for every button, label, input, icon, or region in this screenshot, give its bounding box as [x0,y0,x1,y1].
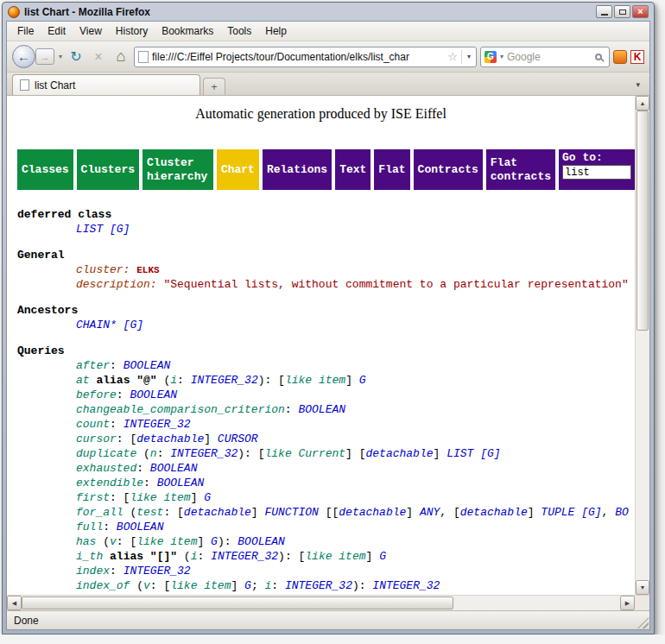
doc-nav-text[interactable]: Text [335,149,370,190]
search-input[interactable]: Google [507,51,592,63]
url-text[interactable]: file:///C:/Eiffel Projects/tour/Document… [152,51,444,63]
page-favicon [138,51,149,63]
doc-text: : [ [110,491,130,504]
doc-text: ] [345,374,359,387]
browser-chrome: FileEditViewHistoryBookmarksToolsHelp ← … [6,21,650,630]
maximize-icon [619,9,626,15]
doc-text: , [602,506,616,519]
extension-icon[interactable] [613,50,627,64]
doc-text: Queries [17,344,65,357]
page-content: Automatic generation produced by ISE Eif… [7,96,635,595]
stop-button[interactable]: × [89,47,108,66]
doc-text: G [359,374,366,387]
menu-help[interactable]: Help [258,22,294,40]
doc-nav-flat[interactable]: Flat [374,149,409,190]
doc-nav-clusters[interactable]: Clusters [77,149,139,190]
history-dropdown-icon[interactable]: ▾ [58,53,63,60]
horizontal-scroll-thumb[interactable] [22,597,453,609]
doc-text: BOOLEAN [238,535,285,548]
doc-text: : [110,565,124,578]
menu-edit[interactable]: Edit [41,22,73,40]
minimize-button[interactable] [596,5,612,18]
doc-text: BOOLEAN [157,477,205,489]
url-dropdown-icon[interactable]: ▾ [466,53,472,60]
doc-text: like Current [264,447,345,460]
menu-file[interactable]: File [10,22,41,40]
menu-history[interactable]: History [109,22,155,40]
scroll-down-icon[interactable]: ▼ [636,580,649,595]
doc-text: n [150,447,157,460]
doc-line: changeable_comparison_criterion: BOOLEAN [17,402,635,417]
google-logo-icon[interactable]: G [484,51,497,63]
doc-text: G [244,579,251,592]
doc-nav-contracts[interactable]: Contracts [414,149,483,190]
doc-nav-cluster-hierarchy[interactable]: Cluster hierarchy [142,149,213,190]
doc-text: ; [251,579,265,592]
doc-text: like item [136,535,197,548]
new-tab-button[interactable]: + [203,78,225,95]
doc-nav-chart[interactable]: Chart [217,149,259,190]
home-button[interactable]: ⌂ [111,47,130,66]
url-bar[interactable]: file:///C:/Eiffel Projects/tour/Document… [134,47,477,67]
tab-label: list Chart [35,79,75,92]
menu-tools[interactable]: Tools [220,22,258,40]
doc-line: LIST [G] [17,222,635,237]
resize-grip[interactable] [637,617,649,628]
horizontal-scroll-track[interactable] [453,596,620,610]
doc-text: : [271,579,285,592]
doc-text: ( [96,535,110,548]
doc-text: ( [136,447,150,460]
close-button[interactable]: × [632,5,649,18]
search-engine-dropdown-icon[interactable]: ▾ [499,53,504,60]
menu-view[interactable]: View [73,22,109,40]
doc-text: v [143,579,150,592]
doc-line: first: [like item] G [17,490,635,505]
doc-text: G [379,550,386,563]
search-icon[interactable] [595,54,602,60]
doc-text: for_all [76,506,124,519]
bookmark-star-icon[interactable]: ☆ [447,50,458,63]
maximize-button[interactable] [614,5,630,18]
goto-box: Go to: [559,149,635,190]
doc-nav-relations[interactable]: Relations [263,149,332,190]
doc-line: Ancestors [17,303,635,318]
titlebar[interactable]: list Chart - Mozilla Firefox × [6,3,650,21]
doc-text: after [76,359,110,372]
vertical-scroll-thumb[interactable] [636,110,649,331]
doc-nav-flat-contracts[interactable]: Flat contracts [486,149,555,190]
forward-button[interactable]: → [35,48,54,65]
scroll-right-icon[interactable]: ▶ [620,596,635,610]
doc-text: G [204,491,211,504]
doc-text: at [76,374,90,387]
doc-line: after: BOOLEAN [17,358,635,373]
doc-text: FUNCTION [264,506,318,519]
vertical-scrollbar[interactable]: ▲ ▼ [635,96,649,595]
list-all-tabs-icon[interactable]: ▾ [631,80,644,89]
doc-text: extendible [76,477,143,489]
menubar: FileEditViewHistoryBookmarksToolsHelp [7,22,649,41]
horizontal-scrollbar[interactable]: ◀ ▶ [7,595,649,610]
doc-text: BOOLEAN [130,388,177,401]
tab-list-chart[interactable]: list Chart [12,74,200,95]
doc-text: detachable [136,432,204,445]
back-button[interactable]: ← [12,45,35,68]
doc-text: detachable [339,506,406,519]
search-box[interactable]: G ▾ Google [480,47,610,67]
doc-text: like item [170,579,231,592]
refresh-button[interactable]: ↻ [66,47,86,66]
kaspersky-icon[interactable]: K [630,50,644,64]
doc-text: : [110,359,124,372]
menu-bookmarks[interactable]: Bookmarks [155,22,220,40]
vertical-scroll-track[interactable] [636,331,649,580]
scrollbar-corner [635,596,649,610]
doc-text: INTEGER_32 [285,579,352,592]
doc-text: : [ [117,432,136,445]
doc-text: : [117,388,130,401]
url-separator [461,50,462,64]
scroll-left-icon[interactable]: ◀ [7,596,22,610]
scroll-up-icon[interactable]: ▲ [636,96,649,110]
doc-line: at alias "@" (i: INTEGER_32): [like item… [17,373,635,388]
doc-nav-classes[interactable]: Classes [17,149,73,190]
doc-text: INTEGER_32 [170,447,238,460]
goto-input[interactable] [562,165,631,180]
